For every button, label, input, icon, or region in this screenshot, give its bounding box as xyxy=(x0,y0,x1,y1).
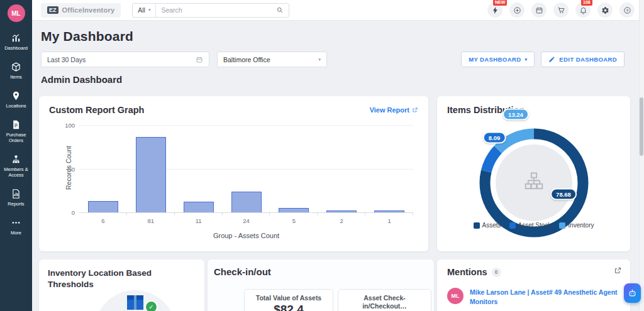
dashboard-icon xyxy=(11,33,21,43)
legend-label: Asset Stock xyxy=(518,222,552,229)
bar xyxy=(184,202,214,212)
purchase-orders-icon xyxy=(11,119,21,130)
custom-report-title: Custom Report Graph xyxy=(49,105,144,115)
bar-slot: 1 xyxy=(365,125,413,212)
reports-icon xyxy=(11,188,21,199)
mentions-title: Mentions xyxy=(447,267,487,277)
stat-box[interactable]: Asset Check-in/Checkout… xyxy=(338,289,431,311)
x-tick-label: 1 xyxy=(365,217,413,224)
page-title: My Dashboard xyxy=(41,29,133,44)
sidebar-item-items[interactable]: Items xyxy=(0,56,32,85)
bar xyxy=(326,210,357,212)
search-input[interactable] xyxy=(156,6,276,14)
x-tick-label: 5 xyxy=(270,217,318,224)
scrollbar-track[interactable] xyxy=(639,0,644,311)
date-range-input[interactable]: Last 30 Days xyxy=(41,52,209,67)
pencil-icon xyxy=(548,56,555,63)
edit-dashboard-label: EDIT DASHBOARD xyxy=(559,56,617,63)
bars-container: 6811124521 xyxy=(79,125,413,212)
thresholds-title: Inventory Location Based Thresholds xyxy=(48,268,152,289)
mention-link[interactable]: Mike Larson Lane | Asset# 49 Anesthetic … xyxy=(470,288,620,307)
plus-icon-button[interactable] xyxy=(509,3,525,18)
sidebar-item-reports[interactable]: Reports xyxy=(0,183,32,212)
bar-slot: 24 xyxy=(223,125,270,212)
donut-value-badge: 78.68 xyxy=(550,188,577,200)
legend-item: Asset Stock xyxy=(509,222,552,229)
donut-value-badge: 13.24 xyxy=(502,109,529,121)
topbar: EZ OfficeInventory All ▾ NEW108? xyxy=(32,0,644,21)
calendar-icon xyxy=(535,6,543,14)
app-logo[interactable]: EZ OfficeInventory xyxy=(41,3,121,18)
help-icon-button[interactable]: ? xyxy=(619,3,635,18)
sidebar-item-more[interactable]: More xyxy=(0,212,32,241)
my-dashboard-button[interactable]: MY DASHBOARD ▾ xyxy=(461,52,535,67)
topbar-icon-row: NEW108? xyxy=(487,3,635,18)
view-report-link[interactable]: View Report xyxy=(370,106,418,114)
sidebar-item-label: Dashboard xyxy=(4,45,28,51)
bar xyxy=(88,201,118,212)
mention-text: Mike Larson Lane | Asset# 49 Anesthetic … xyxy=(470,288,620,311)
x-tick-label: 24 xyxy=(223,217,270,224)
x-tick-label: 6 xyxy=(79,217,127,224)
y-tick-label: 50 xyxy=(68,165,75,172)
calendar-icon-button[interactable] xyxy=(531,3,547,18)
sidebar-item-label: Locations xyxy=(6,103,26,109)
section-title: Admin Dashboard xyxy=(41,74,122,85)
search-icon[interactable] xyxy=(276,6,284,14)
user-avatar[interactable]: ML xyxy=(8,4,25,22)
sidebar-item-purchase-orders[interactable]: Purchase Orders xyxy=(0,114,32,148)
mentions-expand-button[interactable] xyxy=(614,266,622,276)
legend-swatch xyxy=(559,222,565,229)
x-tick-label: 81 xyxy=(127,217,175,224)
y-tick-label: 100 xyxy=(65,122,75,129)
bolt-icon xyxy=(491,6,499,14)
legend-item: Inventory xyxy=(559,222,594,229)
mentions-card: Mentions 0 MLMike Larson Lane | Asset# 4… xyxy=(437,259,630,311)
bar xyxy=(231,192,262,212)
help-icon: ? xyxy=(623,6,631,14)
checkinout-card: Check-in/out Total Value of Assets$82.4A… xyxy=(208,259,434,311)
x-tick-label: 2 xyxy=(318,217,365,224)
y-tick-label: 0 xyxy=(72,209,75,216)
sidebar-item-locations[interactable]: Locations xyxy=(0,85,32,114)
legend-swatch xyxy=(509,222,516,229)
sidebar-item-label: Items xyxy=(10,74,21,80)
package-icon xyxy=(127,295,143,310)
notification-badge: NEW xyxy=(493,0,507,6)
donut-legend: AssetsAsset StockInventory xyxy=(437,222,630,229)
search-scope-dropdown[interactable]: All ▾ xyxy=(133,4,156,17)
cart-icon xyxy=(557,6,565,14)
cart-icon-button[interactable] xyxy=(553,3,569,18)
bar-slot: 11 xyxy=(175,125,223,212)
chevron-down-icon: ▾ xyxy=(525,57,527,62)
bolt-icon-button[interactable]: NEW xyxy=(487,3,502,18)
x-tick-label: 11 xyxy=(175,217,223,224)
bell-icon-button[interactable]: 108 xyxy=(575,3,591,18)
scrollbar-thumb[interactable] xyxy=(640,97,643,156)
bar-slot: 6 xyxy=(79,125,127,212)
check-icon: ✓ xyxy=(145,300,158,311)
sidebar-nav: DashboardItemsLocationsPurchase OrdersMe… xyxy=(0,27,32,241)
sidebar-item-dashboard[interactable]: Dashboard xyxy=(0,27,32,56)
gear-icon-button[interactable] xyxy=(597,3,613,18)
bar-slot: 5 xyxy=(270,125,318,212)
stat-box[interactable]: Total Value of Assets$82.4 xyxy=(244,289,333,311)
mention-item[interactable]: MLMike Larson Lane | Asset# 49 Anestheti… xyxy=(447,288,620,311)
items-icon xyxy=(11,62,21,72)
mentions-count-badge: 0 xyxy=(492,268,501,277)
location-select[interactable]: Baltimore Office ▾ xyxy=(217,52,327,67)
thresholds-card: Inventory Location Based Thresholds ✓ xyxy=(39,259,204,311)
calendar-icon xyxy=(196,56,203,63)
bar-plot: 0501006811124521 xyxy=(79,125,413,213)
stat-label: Asset Check-in/Checkout… xyxy=(338,294,431,310)
legend-swatch xyxy=(474,222,480,229)
plus-icon xyxy=(513,6,521,14)
stat-label: Total Value of Assets xyxy=(245,294,333,302)
sidebar: ML DashboardItemsLocationsPurchase Order… xyxy=(0,0,32,311)
chat-widget-button[interactable] xyxy=(624,283,641,303)
legend-item: Assets xyxy=(474,222,501,229)
sidebar-item-members-access[interactable]: Members & Access xyxy=(0,148,32,183)
edit-dashboard-button[interactable]: EDIT DASHBOARD xyxy=(541,52,625,67)
bar-chart: Records Count 0501006811124521 Group - A… xyxy=(49,119,418,239)
sidebar-item-label: Reports xyxy=(8,201,24,207)
